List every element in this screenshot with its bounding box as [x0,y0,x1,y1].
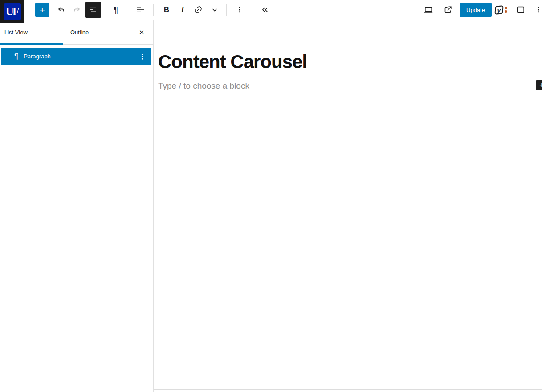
list-view-icon [88,4,98,15]
double-chevron-left-icon [260,4,270,15]
sidebar-panel-icon [515,4,526,15]
yoast-icon: y [494,5,503,14]
external-link-icon [443,4,453,15]
undo-button[interactable] [53,2,69,18]
document-overview-button[interactable] [85,2,101,18]
document-overview-panel: List View Outline ✕ ¶ Paragraph ⋮ [0,20,154,392]
empty-block-placeholder[interactable]: Type / to choose a block [158,81,249,91]
plus-icon: + [539,82,542,89]
undo-icon [56,4,66,15]
toolbar-separator [128,4,128,16]
block-label: Paragraph [24,53,51,60]
italic-icon: I [181,5,184,15]
link-button[interactable] [190,2,206,18]
paragraph-block-type-button[interactable]: ¶ [108,2,124,18]
block-row-options-icon[interactable]: ⋮ [139,53,146,61]
toolbar-separator [226,4,227,16]
tab-list-view[interactable]: List View [0,20,63,44]
site-logo-button[interactable]: UF [0,0,24,23]
yoast-traffic-dots-icon [505,7,507,13]
paragraph-icon: ¶ [114,5,118,15]
tab-outline[interactable]: Outline [63,20,126,44]
yoast-letter: y [497,6,501,14]
chevron-down-icon [209,4,220,15]
italic-button[interactable]: I [175,2,191,18]
kebab-icon [533,4,542,15]
align-left-icon [135,4,146,15]
toolbar-separator [153,4,154,16]
yoast-seo-button[interactable]: y [491,2,511,18]
preview-button[interactable] [420,2,436,18]
edge-block-inserter-button[interactable]: + [536,80,542,90]
collapse-toolbar-button[interactable] [257,2,273,18]
editor-canvas[interactable]: Content Carousel Type / to choose a bloc… [154,20,542,390]
redo-icon [72,4,82,15]
uf-logo: UF [4,3,21,20]
list-view-item-paragraph[interactable]: ¶ Paragraph ⋮ [1,48,151,65]
more-formatting-button[interactable] [207,2,223,18]
tab-list-view-label: List View [4,29,28,36]
redo-button[interactable] [69,2,85,18]
plus-icon: + [40,5,45,15]
post-title[interactable]: Content Carousel [158,51,307,73]
block-options-button[interactable] [232,2,248,18]
active-tab-underline [0,43,63,45]
toolbar-separator [253,4,253,16]
align-text-button[interactable] [132,2,148,18]
update-button[interactable]: Update [460,3,492,17]
view-post-button[interactable] [440,2,456,18]
settings-sidebar-toggle-button[interactable] [513,2,529,18]
more-options-button[interactable] [530,2,542,18]
update-label: Update [466,7,485,13]
panel-tabs: List View Outline ✕ [0,20,153,45]
laptop-icon [423,4,434,15]
paragraph-block-icon: ¶ [14,53,18,60]
editor-top-bar: + ¶ B I [0,0,542,20]
kebab-icon [234,4,245,15]
close-panel-button[interactable]: ✕ [134,24,150,41]
link-icon [191,2,206,17]
tab-outline-label: Outline [70,29,89,36]
bold-icon: B [164,5,169,14]
bold-button[interactable]: B [159,2,175,18]
close-icon: ✕ [139,29,145,37]
block-inserter-button[interactable]: + [35,3,49,17]
